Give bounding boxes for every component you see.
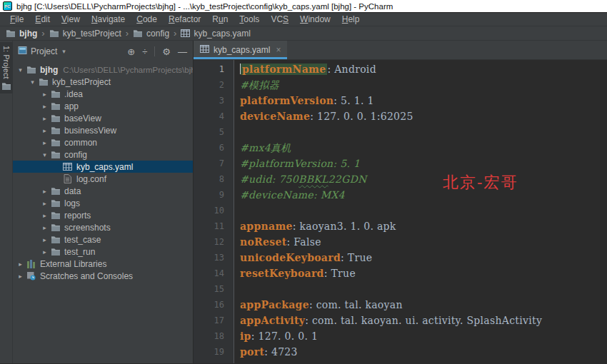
menu-view[interactable]: View xyxy=(56,14,86,24)
code-line-17[interactable]: appActivity: com. tal. kaoyan. ui. activ… xyxy=(240,313,607,328)
chevron-right-icon[interactable]: ▸ xyxy=(40,115,49,122)
line-number-11: 11 xyxy=(194,218,234,234)
editor-tab-bar: kyb_caps.yaml × xyxy=(194,41,607,60)
menu-window[interactable]: Window xyxy=(294,14,336,24)
tree-item-external-libraries[interactable]: ▸External Libraries xyxy=(13,258,193,270)
settings-gear-icon[interactable]: ⚙ xyxy=(162,47,171,56)
breadcrumb-separator: › xyxy=(174,28,176,39)
menu-file[interactable]: File xyxy=(4,14,29,24)
breadcrumb-item-config[interactable]: config xyxy=(133,29,169,39)
tree-item-logs[interactable]: ▸logs xyxy=(13,197,193,209)
code-line-1[interactable]: platformName: Android xyxy=(240,61,607,77)
chevron-right-icon[interactable]: ▸ xyxy=(40,103,49,110)
code-line-18[interactable]: ip: 127. 0. 0. 1 xyxy=(240,328,607,344)
tree-item-log-conf[interactable]: log.conf xyxy=(13,173,193,185)
chevron-right-icon[interactable]: ▸ xyxy=(40,212,49,219)
chevron-down-icon[interactable]: ▾ xyxy=(40,151,49,158)
tool-window-stripe: 1: Project xyxy=(0,41,13,363)
line-number-3: 3 xyxy=(194,93,234,108)
chevron-right-icon[interactable]: ▸ xyxy=(40,91,49,98)
chevron-down-icon[interactable]: ▾ xyxy=(28,79,37,86)
chevron-right-icon[interactable]: ▸ xyxy=(40,200,49,207)
chevron-right-icon[interactable]: ▸ xyxy=(40,188,49,195)
hide-panel-icon[interactable]: — xyxy=(178,47,187,56)
tree-item-bjhg[interactable]: ▾bjhgC:\Users\DELL\PycharmProjects\bjhg xyxy=(13,64,193,76)
code-line-16[interactable]: appPackage: com. tal. kaoyan xyxy=(240,297,607,313)
yaml-comment: #deviceName: MX4 xyxy=(240,189,345,201)
yaml-key: appname xyxy=(240,221,293,232)
tree-item-common[interactable]: ▸common xyxy=(13,136,193,148)
menu-vcs[interactable]: VCS xyxy=(265,14,294,24)
tree-item-kyb-caps-yaml[interactable]: kyb_caps.yaml xyxy=(13,161,193,173)
project-tree: ▾bjhgC:\Users\DELL\PycharmProjects\bjhg▾… xyxy=(13,62,193,363)
menu-refactor[interactable]: Refactor xyxy=(163,14,206,24)
chevron-right-icon[interactable]: ▸ xyxy=(40,224,49,231)
locate-file-icon[interactable]: ⊕ xyxy=(127,47,135,56)
tree-item-scratches-and-consoles[interactable]: ▸Scratches and Consoles xyxy=(13,270,193,282)
project-stripe-button[interactable]: 1: Project xyxy=(0,42,13,93)
code-line-3[interactable]: platformVersion: 5. 1. 1 xyxy=(240,93,607,108)
code-line-12[interactable]: noReset: False xyxy=(240,234,607,250)
breadcrumb-item-kyb-caps-yaml[interactable]: kyb_caps.yaml xyxy=(181,29,250,39)
code-line-9[interactable]: #deviceName: MX4 xyxy=(240,187,607,203)
folder-icon xyxy=(37,78,49,86)
code-line-4[interactable]: deviceName: 127. 0. 0. 1:62025 xyxy=(240,108,607,124)
table-icon xyxy=(61,163,74,171)
tree-item-data[interactable]: ▸data xyxy=(13,185,193,197)
line-number-19: 19 xyxy=(194,344,234,360)
editor-tab-kyb-caps-yaml[interactable]: kyb_caps.yaml × xyxy=(194,41,287,59)
menu-run[interactable]: Run xyxy=(206,14,234,24)
menu-navigate[interactable]: Navigate xyxy=(86,14,131,24)
menu-code[interactable]: Code xyxy=(131,14,163,24)
editor-code[interactable]: platformName: Android#模拟器platformVersion… xyxy=(234,60,607,363)
tree-item-businessview[interactable]: ▸businessView xyxy=(13,124,193,136)
chevron-right-icon[interactable]: ▸ xyxy=(40,139,49,146)
code-line-8[interactable]: #udid: 750BBKL22GDN xyxy=(240,171,607,187)
tree-item-test-run[interactable]: ▸test_run xyxy=(13,246,193,258)
code-line-19[interactable]: port: 4723 xyxy=(240,344,607,360)
chevron-right-icon[interactable]: ▸ xyxy=(40,236,49,243)
folder-icon xyxy=(49,151,61,159)
line-number-13: 13 xyxy=(194,250,234,266)
code-line-14[interactable]: resetKeyboard: True xyxy=(240,266,607,281)
chevron-down-icon[interactable]: ▾ xyxy=(16,66,25,74)
code-line-13[interactable]: unicodeKeyboard: True xyxy=(240,250,607,266)
chevron-right-icon[interactable]: ▸ xyxy=(16,273,25,280)
code-line-10[interactable] xyxy=(240,203,607,218)
folder-icon xyxy=(6,29,16,38)
tree-item-test-case[interactable]: ▸test_case xyxy=(13,233,193,246)
folder-icon xyxy=(49,114,61,123)
code-line-2[interactable]: #模拟器 xyxy=(240,77,607,93)
tree-item-baseview[interactable]: ▸baseView xyxy=(13,112,193,124)
window-titlebar: PC bjhg [C:\Users\DELL\PycharmProjects\b… xyxy=(0,0,607,13)
collapse-all-icon[interactable]: ÷ xyxy=(142,47,147,56)
chevron-right-icon[interactable]: ▸ xyxy=(40,127,49,134)
chevron-right-icon[interactable]: ▸ xyxy=(16,261,25,268)
chevron-right-icon[interactable]: ▸ xyxy=(40,248,49,256)
tree-item-config[interactable]: ▾config xyxy=(13,148,193,161)
code-line-15[interactable] xyxy=(240,281,607,297)
line-number-12: 12 xyxy=(194,234,234,250)
code-line-7[interactable]: #platformVersion: 5. 1 xyxy=(240,156,607,171)
code-line-11[interactable]: appname: kaoyan3. 1. 0. apk xyxy=(240,218,607,234)
editor-body[interactable]: 12345678910111213141516171819 platformNa… xyxy=(194,60,607,363)
tree-item-screenshots[interactable]: ▸screenshots xyxy=(13,221,193,233)
breadcrumb-item-bjhg[interactable]: bjhg xyxy=(6,29,37,39)
yaml-comment: #模拟器 xyxy=(240,79,279,91)
chevron-down-icon[interactable]: ▾ xyxy=(62,48,66,55)
tree-item-app[interactable]: ▸app xyxy=(13,100,193,112)
code-line-5[interactable] xyxy=(240,124,607,140)
menu-tools[interactable]: Tools xyxy=(234,14,265,24)
close-tab-icon[interactable]: × xyxy=(276,45,281,55)
project-panel-title[interactable]: Project xyxy=(31,46,57,56)
tree-item-kyb-testproject[interactable]: ▾kyb_testProject xyxy=(13,76,193,88)
tree-item-reports[interactable]: ▸reports xyxy=(13,209,193,221)
folder-icon xyxy=(49,126,61,135)
tree-item-idea[interactable]: ▸.idea xyxy=(13,88,193,100)
menu-help[interactable]: Help xyxy=(336,14,366,24)
yaml-key: noReset xyxy=(240,236,286,248)
breadcrumb-item-kyb-testproject[interactable]: kyb_testProject xyxy=(49,29,121,39)
menu-edit[interactable]: Edit xyxy=(29,14,56,24)
line-number-7: 7 xyxy=(194,156,234,171)
code-line-6[interactable]: #mx4真机 xyxy=(240,140,607,156)
